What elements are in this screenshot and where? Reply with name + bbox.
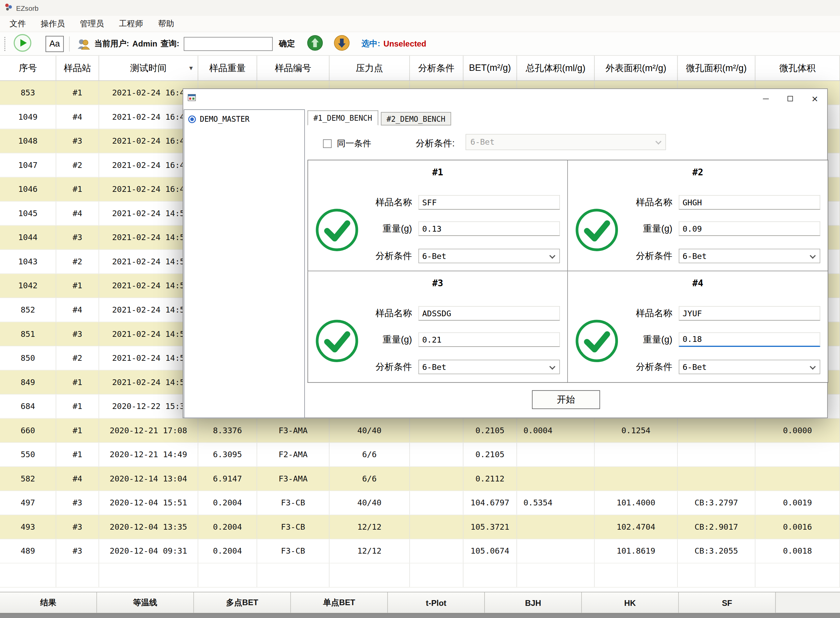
start-button[interactable]: 开始 [532, 391, 600, 409]
title-bar: EZsorb [0, 0, 840, 16]
dialog-title-bar[interactable]: × [183, 89, 827, 108]
table-cell: 2020-12-04 15:51 [99, 491, 198, 514]
sample-name-input[interactable]: JYUF [679, 306, 821, 321]
table-row[interactable]: 660#12020-12-21 17:088.3376F3-AMA40/400.… [0, 419, 840, 443]
table-cell: F3-AMA [257, 419, 329, 442]
table-cell [678, 563, 756, 587]
table-cell: 0.2105 [463, 419, 517, 442]
table-cell: 2020-12-04 09:31 [99, 539, 198, 563]
bottom-tab[interactable]: BJH [485, 593, 582, 613]
selected-value: Unselected [384, 39, 426, 48]
dialog-minimize-button[interactable] [753, 89, 778, 108]
column-header-label: 样品站 [64, 62, 91, 74]
table-row[interactable]: 497#32020-12-04 15:510.2004F3-CB40/40104… [0, 491, 840, 515]
table-cell: 0.0019 [756, 491, 840, 514]
column-header[interactable]: 压力点 [329, 56, 410, 80]
table-row[interactable] [0, 563, 840, 588]
analysis-condition-label: 分析条件: [416, 137, 455, 150]
toolbar-grip[interactable] [4, 37, 7, 51]
column-header[interactable]: 序号 [0, 56, 56, 80]
bottom-tab[interactable]: 多点BET [194, 593, 291, 613]
station-title: #4 [568, 278, 828, 288]
font-button[interactable]: Aa [46, 36, 64, 52]
table-cell: F3-AMA [257, 467, 329, 490]
table-cell: F3-CB [257, 515, 329, 539]
radio-selected-icon [188, 115, 196, 123]
column-header[interactable]: 样品站 [56, 56, 99, 80]
sample-name-input[interactable]: ADSSDG [418, 306, 560, 321]
table-cell [329, 563, 410, 587]
analysis-condition-combobox: 6-Bet [466, 134, 666, 150]
table-cell: 0.5354 [517, 491, 595, 514]
table-row[interactable]: 550#12020-12-21 14:496.3095F2-AMA6/60.21… [0, 443, 840, 467]
sample-name-input[interactable]: GHGH [679, 195, 821, 210]
table-cell: 1044 [0, 226, 56, 249]
table-cell: #2 [56, 250, 99, 273]
move-down-button[interactable] [332, 35, 352, 52]
column-header[interactable]: 外表面积(m²/g) [595, 56, 678, 80]
weight-input[interactable]: 0.09 [679, 221, 821, 236]
bottom-tab[interactable]: 单点BET [291, 593, 388, 613]
filter-dropdown-icon[interactable]: ▼ [188, 65, 194, 71]
table-header-row: 序号样品站测试时间▼样品重量样品编号压力点分析条件BET(m²/g)总孔体积(m… [0, 56, 840, 81]
condition-combobox[interactable]: 6-Bet [418, 360, 560, 374]
tree-item-demo-master[interactable]: DEMO_MASTER [184, 110, 304, 128]
table-cell: 1049 [0, 105, 56, 129]
bottom-tab[interactable]: SF [679, 593, 776, 613]
same-condition-checkbox[interactable] [323, 139, 332, 148]
station-panel: #4 样品名称 JYUF 重量(g) 0.18 分析条件 6-Bet [568, 272, 828, 383]
column-header[interactable]: 样品编号 [257, 56, 329, 80]
weight-input[interactable]: 0.21 [418, 333, 560, 347]
sample-name-label: 样品名称 [376, 196, 412, 209]
column-header[interactable]: 分析条件 [410, 56, 463, 80]
dialog-close-button[interactable]: × [803, 89, 827, 108]
condition-combobox[interactable]: 6-Bet [679, 360, 821, 374]
weight-input[interactable]: 0.13 [418, 221, 560, 236]
column-header[interactable]: 测试时间▼ [99, 56, 198, 80]
bottom-tab[interactable]: t-Plot [388, 593, 485, 613]
table-cell: 852 [0, 298, 56, 322]
query-input[interactable] [184, 37, 273, 51]
bottom-tab[interactable]: 等温线 [97, 593, 194, 613]
table-row[interactable]: 489#32020-12-04 09:310.2004F3-CB12/12105… [0, 539, 840, 564]
table-cell: 2020-12-14 13:04 [99, 467, 198, 490]
screen: EZsorb 文件操作员管理员工程师帮助 Aa 当前用户: Admin 查询: [0, 0, 840, 618]
confirm-button[interactable]: 确定 [279, 39, 295, 49]
table-cell: F3-CB [257, 491, 329, 514]
table-cell: 493 [0, 515, 56, 539]
dialog-maximize-button[interactable] [778, 89, 803, 108]
table-cell: 1047 [0, 153, 56, 177]
bottom-tab[interactable]: 结果 [0, 593, 97, 613]
table-row[interactable]: 582#42020-12-14 13:046.9147F3-AMA6/60.21… [0, 467, 840, 491]
chevron-down-icon [810, 364, 816, 370]
condition-combobox[interactable]: 6-Bet [418, 249, 560, 263]
run-button[interactable] [11, 34, 34, 53]
column-header[interactable]: 微孔体积 [756, 56, 840, 80]
weight-input[interactable]: 0.18 [679, 333, 821, 347]
table-cell [410, 443, 463, 466]
condition-combobox[interactable]: 6-Bet [679, 249, 821, 263]
column-header[interactable]: 总孔体积(ml/g) [517, 56, 595, 80]
table-row[interactable]: 493#32020-12-04 13:350.2004F3-CB12/12105… [0, 515, 840, 539]
sample-name-input[interactable]: SFF [418, 195, 560, 210]
menu-item[interactable]: 文件 [2, 16, 33, 32]
bench-tab[interactable]: #1_DEMO_BENCH [308, 111, 378, 126]
menu-item[interactable]: 操作员 [33, 16, 73, 32]
column-header[interactable]: 微孔面积(m²/g) [678, 56, 756, 80]
arrow-down-icon [333, 35, 350, 52]
condition-label: 分析条件 [636, 250, 672, 262]
menu-item[interactable]: 工程师 [111, 16, 151, 32]
condition-label: 分析条件 [376, 250, 412, 262]
table-cell [0, 563, 56, 587]
table-cell: #4 [56, 202, 99, 225]
move-up-button[interactable] [305, 35, 325, 52]
bench-tab[interactable]: #2_DEMO_BENCH [381, 112, 451, 125]
table-cell: 2020-12-04 13:35 [99, 515, 198, 539]
column-header[interactable]: BET(m²/g) [463, 56, 517, 80]
bottom-tab[interactable]: HK [582, 593, 679, 613]
condition-row: 分析条件 6-Bet [568, 249, 820, 263]
condition-value: 6-Bet [422, 362, 446, 372]
menu-item[interactable]: 帮助 [151, 16, 182, 32]
menu-item[interactable]: 管理员 [73, 16, 111, 32]
column-header[interactable]: 样品重量 [198, 56, 257, 80]
